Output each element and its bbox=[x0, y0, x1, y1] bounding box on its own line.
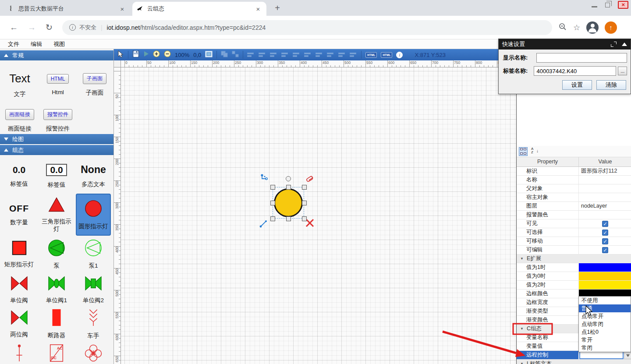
property-value[interactable]: nodeLayer bbox=[579, 202, 631, 210]
dropdown-option[interactable]: 不使用 bbox=[579, 297, 631, 304]
collapse-panel-icon[interactable] bbox=[622, 42, 627, 46]
display-name-input[interactable] bbox=[536, 53, 627, 63]
color-swatch[interactable] bbox=[579, 281, 631, 289]
zoom-out-page-icon[interactable] bbox=[558, 22, 567, 33]
align-icon[interactable] bbox=[304, 52, 312, 58]
connect-handle-icon[interactable] bbox=[260, 173, 269, 182]
rotate-handle[interactable] bbox=[286, 176, 291, 181]
canvas-settings-icon[interactable] bbox=[205, 51, 213, 59]
property-row[interactable]: 宿主对象 bbox=[517, 193, 631, 202]
forward-icon[interactable]: → bbox=[28, 23, 36, 32]
circle-indicator-node[interactable] bbox=[274, 188, 303, 217]
window-close-icon[interactable]: × bbox=[618, 1, 628, 9]
property-row[interactable]: 可选择✓ bbox=[517, 228, 631, 237]
palette-section-general[interactable]: 常规 bbox=[0, 50, 113, 60]
property-row[interactable]: 值为1时 bbox=[517, 263, 631, 272]
ungroup-icon[interactable] bbox=[232, 51, 239, 59]
property-value[interactable]: ✓ bbox=[579, 228, 631, 237]
palette-item-scada[interactable]: None多态文本 bbox=[76, 159, 111, 194]
palette-item-scada[interactable]: 刀闸 bbox=[2, 341, 37, 364]
export-html-icon[interactable]: HTML bbox=[365, 52, 377, 58]
page-info-icon[interactable]: i bbox=[69, 24, 76, 31]
property-row[interactable]: 可移动✓ bbox=[517, 237, 631, 246]
window-restore-icon[interactable] bbox=[605, 3, 610, 7]
new-tab-button[interactable]: + bbox=[272, 3, 283, 14]
palette-item-scada[interactable]: 泵 bbox=[39, 236, 74, 272]
url-field[interactable]: i 不安全 | iot.idosp.net/html/scada/editor.… bbox=[62, 20, 552, 35]
selection-handle[interactable] bbox=[270, 201, 275, 205]
palette-item-scada[interactable]: ACDC逆变器 bbox=[39, 341, 74, 364]
palette-item-scada[interactable]: 单位阀2 bbox=[76, 272, 111, 307]
property-value[interactable]: 圆形指示灯112 bbox=[579, 167, 631, 175]
palette-item[interactable]: HTMLHtml bbox=[40, 65, 75, 105]
property-category-row[interactable]: ▼E扩展 bbox=[517, 254, 631, 263]
tab-close-icon[interactable]: × bbox=[118, 5, 126, 13]
palette-item-scada[interactable]: 0.0标签值 bbox=[2, 159, 37, 194]
property-category-row[interactable]: ▼L标签文本 bbox=[517, 360, 631, 364]
property-row[interactable]: 报警颜色 bbox=[517, 211, 631, 219]
import-html-icon[interactable]: HTML bbox=[381, 52, 392, 58]
profile-avatar-icon[interactable] bbox=[586, 21, 599, 34]
align-icon[interactable] bbox=[327, 52, 334, 58]
property-value[interactable]: ✓ bbox=[579, 219, 631, 228]
checkbox-icon[interactable]: ✓ bbox=[602, 238, 608, 244]
palette-item-scada[interactable]: 单位阀 bbox=[2, 272, 37, 307]
menu-file[interactable]: 文件 bbox=[8, 40, 19, 48]
selection-handle[interactable] bbox=[302, 185, 307, 190]
property-value[interactable] bbox=[579, 272, 631, 280]
window-minimize-icon[interactable] bbox=[592, 6, 597, 7]
color-swatch[interactable] bbox=[579, 272, 631, 280]
checkbox-icon[interactable]: ✓ bbox=[602, 221, 608, 227]
zoom-in-icon[interactable] bbox=[153, 50, 160, 59]
run-icon[interactable] bbox=[143, 51, 149, 59]
set-button[interactable]: 设置 bbox=[562, 80, 592, 90]
palette-item-scada[interactable]: 两位阀 bbox=[2, 307, 37, 341]
palette-item-scada[interactable]: OFF数字量 bbox=[2, 194, 37, 236]
palette-item-selected[interactable]: 圆形指示灯 bbox=[76, 194, 111, 236]
property-row[interactable]: 父对象 bbox=[517, 184, 631, 193]
dock-icon[interactable] bbox=[611, 42, 617, 47]
color-swatch[interactable] bbox=[579, 263, 631, 272]
back-icon[interactable]: ← bbox=[10, 23, 18, 32]
property-row[interactable]: 可见✓ bbox=[517, 219, 631, 228]
palette-item[interactable]: 报警控件报警控件 bbox=[40, 105, 75, 137]
tag-name-input[interactable] bbox=[534, 66, 616, 76]
palette-section-scada[interactable]: 组态 bbox=[0, 145, 113, 155]
align-icon[interactable] bbox=[293, 52, 300, 58]
palette-item-scada[interactable]: 泵1 bbox=[76, 236, 111, 272]
property-row[interactable]: 图层nodeLayer bbox=[517, 202, 631, 211]
dropdown-option[interactable]: 点1松0 bbox=[579, 328, 631, 336]
align-icon[interactable] bbox=[259, 52, 266, 58]
property-value[interactable] bbox=[579, 263, 631, 272]
palette-item-scada[interactable]: 三角形指示灯 bbox=[39, 194, 74, 236]
attach-paperclip-icon[interactable] bbox=[306, 174, 315, 183]
checkbox-icon[interactable]: ✓ bbox=[602, 230, 608, 236]
property-row[interactable]: 可编辑✓ bbox=[517, 246, 631, 254]
bookmark-star-icon[interactable]: ☆ bbox=[573, 23, 580, 32]
reload-icon[interactable]: ↻ bbox=[46, 22, 53, 32]
palette-item[interactable]: 子画面子画面 bbox=[77, 65, 112, 105]
property-row[interactable]: 值为2时 bbox=[517, 281, 631, 290]
property-row[interactable]: 值为0时 bbox=[517, 272, 631, 281]
save-icon[interactable] bbox=[132, 50, 139, 59]
resize-line-icon[interactable] bbox=[259, 219, 268, 228]
dropdown-option[interactable]: 常闭 bbox=[579, 344, 631, 352]
dropdown-option[interactable]: 常开 bbox=[579, 336, 631, 344]
browse-tag-button[interactable]: ... bbox=[618, 67, 627, 75]
property-row[interactable]: 名称 bbox=[517, 176, 631, 184]
palette-item-scada[interactable]: PT bbox=[76, 341, 111, 364]
design-canvas[interactable] bbox=[121, 67, 516, 364]
selection-handle[interactable] bbox=[286, 185, 291, 190]
property-row[interactable]: 标识圆形指示灯112 bbox=[517, 167, 631, 176]
palette-item-scada[interactable]: 矩形指示灯 bbox=[2, 236, 37, 272]
selection-handle[interactable] bbox=[302, 201, 307, 205]
property-value[interactable]: ✓ bbox=[579, 237, 631, 245]
selection-handle[interactable] bbox=[302, 216, 307, 221]
menu-edit[interactable]: 编辑 bbox=[31, 40, 42, 48]
selection-handle[interactable] bbox=[270, 216, 275, 221]
palette-item[interactable]: Text文字 bbox=[2, 65, 37, 105]
property-row[interactable]: 远程控制 bbox=[517, 351, 631, 360]
browser-tab-2[interactable]: 云组态 × bbox=[132, 2, 266, 16]
palette-item[interactable]: 画面链接画面链接 bbox=[2, 105, 37, 137]
browser-update-icon[interactable]: ↑ bbox=[605, 21, 617, 34]
